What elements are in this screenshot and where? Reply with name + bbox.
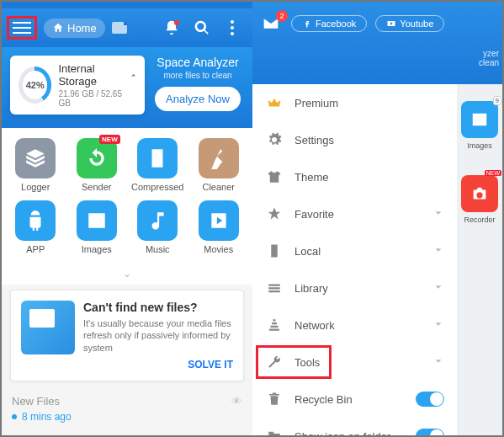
- drawer-label: Recycle Bin: [294, 393, 353, 406]
- tile-cleaner[interactable]: Cleaner: [192, 138, 246, 192]
- visibility-icon[interactable]: 👁: [231, 395, 242, 408]
- hint-card: Can't find new files? It's usually becau…: [10, 290, 244, 381]
- tile-app[interactable]: APP: [8, 200, 62, 254]
- chevron-right-icon: [130, 72, 136, 77]
- drawer-label: Theme: [294, 171, 328, 184]
- mail-icon[interactable]: 2: [259, 15, 283, 32]
- tile-compressed[interactable]: Compressed: [130, 138, 184, 192]
- drawer-item-favorite[interactable]: Favorite: [252, 195, 458, 232]
- drawer-item-premium[interactable]: Premium: [252, 84, 458, 121]
- highlight-hamburger: [7, 16, 37, 40]
- drawer-item-theme[interactable]: Theme: [252, 158, 458, 195]
- new-files-header: New Files 👁: [2, 386, 252, 411]
- hint-illustration-icon: [21, 301, 75, 354]
- images-count-badge: 9: [493, 96, 501, 105]
- drawer-item-recyclebin[interactable]: Recycle Bin: [252, 381, 458, 418]
- phone-icon: [266, 242, 283, 259]
- drawer-item-network[interactable]: Network: [252, 306, 458, 344]
- drawer-label: Library: [294, 282, 328, 295]
- tile-label: Cleaner: [192, 182, 246, 192]
- trash-icon: [266, 391, 283, 408]
- music-icon: [146, 210, 168, 232]
- home-label: Home: [67, 22, 97, 35]
- folder-icon: [266, 428, 283, 435]
- facebook-button[interactable]: Facebook: [291, 15, 367, 32]
- chevron-down-icon: [432, 281, 444, 296]
- storage-usage: 21.96 GB / 52.65 GB: [58, 89, 136, 108]
- storage-name: Internal Storage: [58, 62, 136, 88]
- hint-body: It's usually because your media files re…: [83, 317, 233, 354]
- hint-heading: Can't find new files?: [83, 301, 233, 314]
- search-icon[interactable]: [194, 19, 210, 36]
- analyzer-area: 42% Internal Storage 21.96 GB / 52.65 GB…: [2, 47, 252, 128]
- shirt-icon: [266, 168, 283, 185]
- notification-dot-icon: [174, 20, 179, 25]
- overflow-icon[interactable]: [224, 19, 241, 36]
- drawer-label: Show icon on folder: [294, 430, 390, 436]
- zip-icon: [146, 147, 168, 169]
- analyze-now-button[interactable]: Analyze Now: [155, 87, 241, 111]
- tile-label: Logger: [8, 182, 62, 192]
- analyzer-subtitle: more files to clean: [151, 71, 244, 80]
- tile-logger[interactable]: Logger: [8, 138, 62, 192]
- library-icon: [266, 280, 283, 296]
- solve-it-button[interactable]: SOLVE IT: [83, 359, 233, 370]
- tile-sender[interactable]: NEW Sender: [70, 138, 124, 192]
- tile-label: Sender: [70, 182, 124, 192]
- gear-icon: [266, 131, 283, 148]
- drawer-label: Tools: [294, 356, 320, 369]
- top-bar: Home: [2, 8, 252, 47]
- home-chip[interactable]: Home: [44, 19, 105, 38]
- expand-grid-icon[interactable]: ⌄: [2, 266, 252, 285]
- android-icon: [24, 210, 46, 232]
- tile-label: APP: [8, 244, 62, 254]
- tile-movies[interactable]: Movies: [192, 200, 246, 254]
- tile-label: Compressed: [130, 182, 184, 192]
- peek-label: Images: [461, 141, 498, 150]
- drawer-item-tools[interactable]: Tools: [252, 344, 458, 381]
- chevron-down-icon: [432, 355, 444, 370]
- chevron-down-icon: [432, 244, 444, 258]
- recycle-toggle[interactable]: [416, 392, 444, 407]
- showicon-toggle[interactable]: [416, 429, 444, 435]
- new-files-label: New Files: [12, 395, 60, 408]
- drawer-label: Network: [294, 319, 335, 332]
- crown-icon: [266, 94, 283, 111]
- clipped-analyzer-text: yzer clean: [479, 49, 499, 67]
- storage-ring-icon: 42%: [19, 67, 51, 104]
- new-file-row[interactable]: 8 mins ago: [2, 411, 252, 423]
- notifications-icon[interactable]: [163, 19, 180, 36]
- refresh-icon: [86, 147, 108, 169]
- youtube-button[interactable]: Youtube: [375, 15, 444, 32]
- chevron-down-icon: [432, 207, 444, 221]
- chevron-down-icon: [432, 318, 444, 333]
- sdcard-icon[interactable]: [112, 22, 127, 34]
- peek-tile-recorder[interactable]: NEW: [461, 175, 498, 212]
- drawer-item-library[interactable]: Library: [252, 269, 458, 306]
- drawer-item-local[interactable]: Local: [252, 232, 458, 269]
- status-bar: [259, 7, 496, 13]
- mail-badge: 2: [276, 10, 288, 22]
- drawer-item-settings[interactable]: Settings: [252, 121, 458, 158]
- peek-tile-images[interactable]: 9: [461, 101, 498, 138]
- tile-music[interactable]: Music: [130, 200, 184, 254]
- drawer-label: Local: [294, 245, 321, 258]
- drawer-item-showicon[interactable]: Show icon on folder: [252, 418, 458, 435]
- tile-label: Music: [130, 244, 184, 254]
- facebook-icon: [302, 19, 312, 29]
- main-screen: Home 42% Internal Stora: [2, 2, 252, 435]
- storage-percent: 42%: [26, 80, 45, 90]
- new-file-time: 8 mins ago: [22, 411, 72, 423]
- peek-label: Recorder: [461, 216, 498, 224]
- drawer-header: 2 Facebook Youtube yzer clean: [252, 2, 502, 84]
- tile-images[interactable]: Images: [70, 200, 124, 254]
- drawer-label: Favorite: [294, 208, 334, 221]
- status-bar: [2, 2, 252, 8]
- hamburger-icon[interactable]: [13, 20, 31, 35]
- new-badge: NEW: [99, 135, 120, 144]
- stack-icon: [24, 147, 46, 169]
- play-icon: [208, 210, 230, 232]
- broom-icon: [208, 147, 230, 169]
- tile-label: Images: [70, 244, 124, 254]
- storage-card[interactable]: 42% Internal Storage 21.96 GB / 52.65 GB: [10, 56, 145, 115]
